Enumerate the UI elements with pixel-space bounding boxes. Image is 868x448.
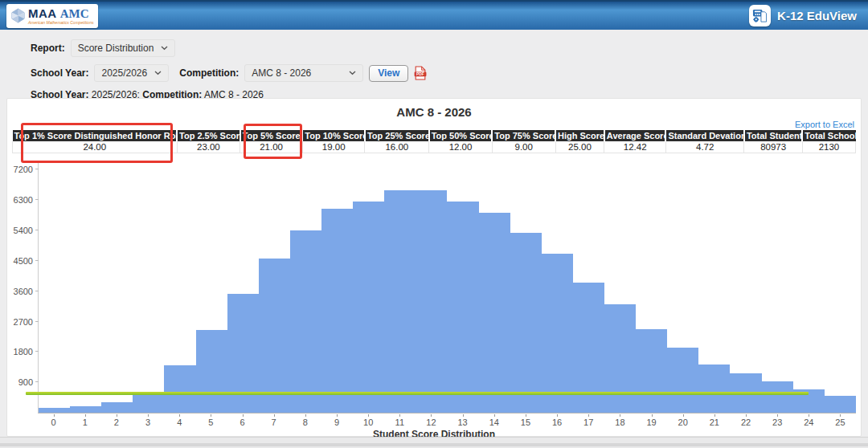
bar-score-23 <box>762 381 793 413</box>
bar-score-2 <box>101 402 133 413</box>
bar-score-14 <box>479 213 510 413</box>
x-tick-16: 16 <box>542 414 573 427</box>
x-tick-10: 10 <box>353 414 384 427</box>
stats-value-cell-3: 21.00 <box>240 141 303 153</box>
logo-tagline: American Mathematics Competitions <box>28 21 93 25</box>
bar-score-7 <box>259 259 290 413</box>
stats-header-cell-4: Top 10% Score <box>302 130 365 141</box>
bar-score-20 <box>667 348 698 413</box>
stats-header-cell-9: Average Score <box>604 130 666 141</box>
stats-value-cell-11: 80973 <box>744 141 802 153</box>
stats-header-cell-3: Top 5% Score <box>240 130 303 141</box>
eduview-app-icon <box>749 5 771 26</box>
y-tick-1800: 1800 <box>14 347 33 356</box>
x-tick-5: 5 <box>195 414 227 427</box>
x-tick-13: 13 <box>447 414 478 427</box>
bar-score-10 <box>353 202 384 413</box>
y-tick-3600: 3600 <box>14 287 33 296</box>
stats-value-cell-2: 23.00 <box>177 141 240 153</box>
stats-header-cell-11: Total Students <box>744 130 802 141</box>
y-tick-900: 900 <box>18 377 33 387</box>
maa-amc-logo[interactable]: MAA AMC American Mathematics Competition… <box>6 4 98 28</box>
school-year-select[interactable]: 2025/2026 <box>94 64 169 82</box>
stats-table: Top 1% Score Distinguished Honor RollTop… <box>12 130 856 153</box>
bar-score-5 <box>196 330 227 413</box>
stats-value-cell-8: 25.00 <box>555 141 604 153</box>
x-tick-14: 14 <box>478 414 510 427</box>
report-panel: AMC 8 - 2026 Export to Excel Top 1% Scor… <box>6 98 862 437</box>
report-label: Report: <box>31 43 65 54</box>
x-tick-6: 6 <box>227 414 258 427</box>
x-tick-22: 22 <box>730 414 761 427</box>
app-identity: K-12 EduView <box>749 5 857 26</box>
stats-header-cell-5: Top 25% Score <box>365 130 429 141</box>
stats-value-cell-12: 2130 <box>802 141 855 153</box>
chart-title: AMC 8 - 2026 <box>7 105 861 119</box>
x-tick-0: 0 <box>38 414 69 427</box>
stats-header-cell-6: Top 50% Score <box>429 130 493 141</box>
stats-header-cell-1: Top 1% Score Distinguished Honor Roll <box>13 130 178 141</box>
stats-value-cell-10: 4.72 <box>665 141 744 153</box>
stats-value-cell-4: 19.00 <box>302 141 365 153</box>
bar-score-4 <box>164 365 195 413</box>
stats-header-row: Top 1% Score Distinguished Honor RollTop… <box>13 130 856 141</box>
x-tick-11: 11 <box>384 414 416 427</box>
bar-score-25 <box>825 396 856 413</box>
y-tick-2700: 2700 <box>14 317 33 327</box>
score-distribution-chart: 9001800270036004500540063007200 <box>38 162 856 413</box>
x-tick-4: 4 <box>164 414 195 427</box>
x-tick-17: 17 <box>573 414 604 427</box>
view-button[interactable]: View <box>369 65 408 82</box>
bar-score-11 <box>384 190 416 413</box>
x-tick-9: 9 <box>321 414 352 427</box>
bar-score-8 <box>290 230 321 413</box>
y-tick-6300: 6300 <box>14 195 33 205</box>
y-tick-5400: 5400 <box>14 226 33 235</box>
stats-header-cell-7: Top 75% Score <box>492 130 555 141</box>
x-tick-20: 20 <box>667 414 698 427</box>
logo-amc-text: AMC <box>60 8 89 20</box>
stats-value-cell-1: 24.00 <box>13 141 178 153</box>
bar-score-13 <box>447 202 478 413</box>
x-tick-18: 18 <box>604 414 636 427</box>
stats-header-cell-2: Top 2.5% Score <box>177 130 240 141</box>
export-pdf-icon[interactable]: PDF <box>414 66 427 80</box>
y-tick-4500: 4500 <box>14 256 33 266</box>
reference-line <box>26 392 809 395</box>
bar-score-18 <box>604 304 636 413</box>
bar-score-1 <box>70 406 101 413</box>
x-tick-3: 3 <box>132 414 163 427</box>
x-tick-15: 15 <box>510 414 541 427</box>
bar-score-15 <box>510 233 542 413</box>
bottom-scroll-strip[interactable] <box>0 437 868 448</box>
x-tick-21: 21 <box>698 414 730 427</box>
stats-header-cell-12: Total Schools <box>802 130 855 141</box>
x-tick-7: 7 <box>258 414 289 427</box>
app-title: K-12 EduView <box>777 9 857 22</box>
x-tick-19: 19 <box>636 414 667 427</box>
stats-value-cell-6: 12.00 <box>429 141 493 153</box>
export-to-excel-link[interactable]: Export to Excel <box>7 120 854 129</box>
stats-value-row: 24.0023.0021.0019.0016.0012.009.0025.001… <box>13 141 856 153</box>
x-tick-2: 2 <box>100 414 132 427</box>
logo-maa-text: MAA <box>28 7 57 19</box>
bars <box>39 162 856 413</box>
school-year-label: School Year: <box>31 67 88 79</box>
bar-score-21 <box>698 365 730 413</box>
x-tick-8: 8 <box>289 414 321 427</box>
x-tick-23: 23 <box>762 414 793 427</box>
stats-header-cell-10: Standard Devation <box>665 130 744 141</box>
x-tick-24: 24 <box>793 414 825 427</box>
svg-text:PDF: PDF <box>416 72 424 76</box>
competition-select[interactable]: AMC 8 - 2026 <box>244 64 363 82</box>
x-tick-1: 1 <box>69 414 100 427</box>
maa-gem-icon <box>10 8 26 23</box>
bar-score-16 <box>542 254 573 413</box>
top-header-bar: MAA AMC American Mathematics Competition… <box>0 0 868 30</box>
stats-value-cell-5: 16.00 <box>365 141 429 153</box>
bar-score-9 <box>321 209 353 413</box>
report-select[interactable]: Score Distribution <box>71 39 176 57</box>
stats-header-cell-8: High Score <box>555 130 604 141</box>
bar-score-0 <box>39 408 70 413</box>
competition-label: Competition: <box>179 67 239 79</box>
